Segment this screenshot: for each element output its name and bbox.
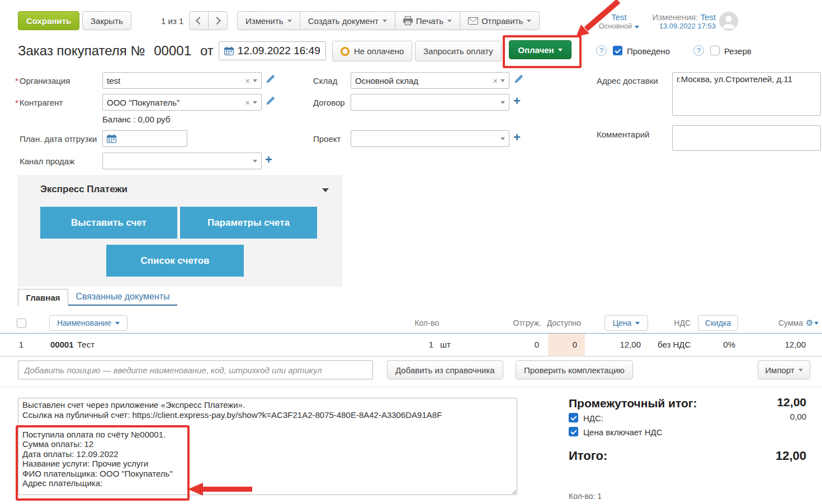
chevron-down-icon (287, 20, 292, 22)
add-contract-button[interactable]: + (513, 96, 521, 107)
issue-invoice-button[interactable]: Выставить счет (40, 207, 177, 239)
project-label: Проект (313, 134, 341, 144)
organization-field[interactable]: test × (102, 72, 262, 89)
select-all-checkbox[interactable] (17, 318, 26, 328)
add-from-catalog-button[interactable]: Добавить из справочника (387, 360, 503, 379)
chevron-down-icon[interactable] (500, 79, 505, 82)
reserve-label: Резерв (724, 46, 752, 56)
sum-column-header: Сумма (744, 318, 803, 327)
row-price[interactable]: 12,00 (598, 334, 641, 356)
ship-date-label: План. дата отгрузки (20, 134, 97, 144)
invoice-params-button[interactable]: Параметры счета (180, 207, 317, 239)
check-completeness-button[interactable]: Проверить комплектацию (516, 360, 633, 379)
required-marker: * (15, 76, 18, 85)
chevron-down-icon[interactable] (253, 79, 257, 82)
clear-icon[interactable]: × (245, 76, 250, 85)
warehouse-field[interactable]: Основной склад × (351, 72, 509, 89)
price-column-button[interactable]: Цена (604, 315, 648, 331)
row-unit: шт (440, 334, 451, 356)
vat-checkbox[interactable] (569, 413, 578, 422)
edit-pencil-icon[interactable] (266, 96, 275, 106)
name-column-button[interactable]: Наименование (49, 315, 127, 331)
changes-datetime[interactable]: 13.09.2022 17:53 (643, 22, 716, 30)
import-button[interactable]: Импорт (758, 360, 810, 379)
calendar-icon (224, 46, 234, 55)
collapse-chevron-icon[interactable] (322, 188, 329, 192)
print-button[interactable]: Печать (395, 11, 460, 30)
save-button[interactable]: Сохранить (18, 11, 79, 30)
document-date-field[interactable]: 12.09.2022 16:49 (219, 41, 326, 60)
vat-included-checkbox[interactable] (569, 427, 578, 436)
column-settings-gear-icon[interactable]: ⚙ (806, 318, 813, 328)
delivery-address-input[interactable]: г.Москва, ул.Строителей, д.11 (672, 72, 821, 116)
invoice-list-button[interactable]: Список счетов (106, 245, 244, 277)
document-number[interactable]: 00001 (154, 43, 191, 59)
qty-column-header: Кол-во (386, 318, 439, 327)
document-datetime[interactable]: 12.09.2022 16:49 (238, 45, 320, 57)
request-payment-button[interactable]: Запросить оплату (415, 41, 502, 61)
contract-field[interactable] (351, 94, 509, 111)
chevron-down-icon[interactable] (253, 160, 257, 163)
edit-pencil-icon[interactable] (266, 74, 275, 84)
tab-linked-documents[interactable]: Связанные документы (68, 289, 177, 306)
row-qty[interactable]: 1 (391, 334, 433, 356)
add-position-input[interactable] (18, 360, 373, 379)
prev-record-button[interactable] (189, 11, 209, 30)
status-not-paid-button[interactable]: Не оплачено (332, 41, 412, 61)
row-number: 1 (17, 334, 26, 356)
reserve-checkbox[interactable] (710, 46, 720, 55)
vat-column-header: НДС (657, 318, 691, 327)
comment-input[interactable] (672, 125, 821, 151)
tab-main[interactable]: Главная (18, 289, 68, 306)
order-notes-input[interactable]: Выставлен счет через приложение «Экспрес… (18, 398, 517, 495)
row-shipped: 0 (503, 334, 539, 356)
annotation-arrow-top (569, 0, 621, 39)
row-discount[interactable]: 0% (702, 334, 735, 356)
express-payments-panel: Экспресс Платежи Выставить счет Параметр… (18, 175, 342, 287)
add-project-button[interactable]: + (513, 132, 521, 143)
discount-column-button[interactable]: Скидка (698, 315, 738, 331)
status-paid-button[interactable]: Оплачен (509, 40, 571, 59)
row-sum: 12,00 (760, 334, 806, 356)
add-sales-channel-button[interactable]: + (265, 154, 272, 165)
conducted-label: Проведено (627, 46, 670, 56)
counterparty-field[interactable]: ООО "Покупатель" × (102, 94, 262, 111)
avatar[interactable] (719, 12, 738, 31)
ship-date-field[interactable] (102, 130, 187, 147)
pager-label: 1 из 1 (161, 16, 183, 26)
sales-channel-field[interactable] (102, 153, 262, 169)
clear-icon[interactable]: × (245, 98, 250, 107)
chevron-down-icon[interactable] (814, 322, 819, 325)
row-name[interactable]: Тест (77, 334, 95, 356)
import-label: Импорт (765, 365, 794, 375)
counterparty-value: ООО "Покупатель" (107, 98, 245, 107)
changes-info-block: Изменения: Test 13.09.2022 17:53 (643, 12, 716, 30)
row-code[interactable]: 00001 (50, 334, 74, 356)
chevron-down-icon[interactable] (253, 101, 257, 104)
project-field[interactable] (351, 130, 509, 147)
conducted-checkbox[interactable] (613, 46, 622, 55)
total-label: Итого: (569, 449, 607, 463)
close-button[interactable]: Закрыть (82, 11, 131, 30)
changes-user[interactable]: Test (700, 12, 716, 22)
table-row[interactable]: 0 1 00001 Тест 1 шт 0 12,00 без НДС 0% 1… (0, 334, 822, 356)
help-icon[interactable]: ? (596, 45, 607, 56)
calendar-icon[interactable] (107, 134, 116, 143)
create-document-button[interactable]: Создать документ (300, 11, 395, 30)
warehouse-label: Склад (313, 76, 337, 85)
row-vat[interactable]: без НДС (658, 334, 691, 356)
chevron-down-icon (382, 20, 387, 22)
tab-linked-documents-label: Связанные документы (75, 292, 169, 302)
send-button[interactable]: Отправить (460, 11, 540, 30)
edit-button[interactable]: Изменить (237, 11, 300, 30)
next-record-button[interactable] (208, 11, 228, 30)
edit-pencil-icon[interactable] (514, 74, 523, 84)
chevron-down-icon[interactable] (500, 101, 505, 104)
section-divider (0, 387, 822, 387)
vat-label: НДС: (583, 413, 603, 423)
send-button-label: Отправить (481, 16, 523, 26)
chevron-down-icon[interactable] (500, 137, 505, 140)
help-icon[interactable]: ? (693, 45, 704, 56)
express-panel-title: Экспресс Платежи (40, 184, 127, 195)
clear-icon[interactable]: × (493, 76, 498, 85)
